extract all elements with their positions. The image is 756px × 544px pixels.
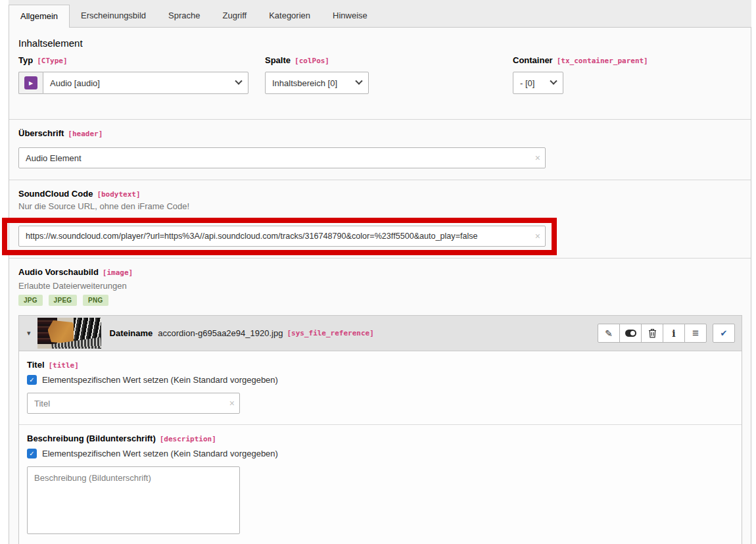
toggle-icon <box>625 330 636 337</box>
trash-icon <box>648 328 657 338</box>
title-input-wrap: × <box>27 393 240 414</box>
file-reference-body: Titel[title] ✓ Elementspezifischen Wert … <box>19 351 742 544</box>
delete-button[interactable] <box>641 324 663 343</box>
field-colpos: Spalte[colPos] Inhaltsbereich [0] <box>265 55 369 94</box>
audio-play-icon: ▶ <box>24 76 37 89</box>
field-ctype-tag: [CType] <box>37 57 67 65</box>
file-reference-header[interactable]: ▾ Dateiname accordion-g695aa2e94_1920.jp… <box>19 316 742 351</box>
label-text: Beschreibung (Bildunterschrift) <box>27 433 156 443</box>
description-override-checkbox[interactable]: ✓ <box>27 449 37 458</box>
field-container-label: Container[tx_container_parent] <box>513 55 648 65</box>
label-text: Audio Vorschaubild <box>18 267 99 277</box>
file-toolbar: ✎ i ≡ ✔ <box>598 324 735 343</box>
title-override-label: Elementspezifischen Wert setzen (Kein St… <box>42 375 278 385</box>
section-inhaltselement: Inhaltselement Typ[CType] ▶ Audio [audio… <box>9 28 751 120</box>
field-description-label: Beschreibung (Bildunterschrift)[descript… <box>27 433 734 443</box>
ctype-select-value: Audio [audio] <box>50 78 100 88</box>
tab-bar: Allgemein Erscheinungsbild Sprache Zugri… <box>9 0 751 28</box>
header-input[interactable] <box>18 147 546 168</box>
file-thumbnail <box>37 318 101 349</box>
container-select[interactable]: - [0] <box>513 72 563 94</box>
pencil-icon: ✎ <box>605 328 613 339</box>
check-icon: ✔ <box>721 328 728 338</box>
filename-text: accordion-g695aa2e94_1920.jpg <box>158 328 283 338</box>
badge-jpeg: JPEG <box>49 295 78 306</box>
field-bodytext-label: SoundCloud Code[bodytext] <box>18 189 742 199</box>
chevron-down-icon <box>355 78 362 85</box>
extension-badges: JPG JPEG PNG <box>18 295 742 306</box>
field-ctype: Typ[CType] ▶ Audio [audio] <box>18 55 248 94</box>
description-override-row: ✓ Elementspezifischen Wert setzen (Kein … <box>27 449 734 458</box>
ctype-icon-box: ▶ <box>18 72 43 94</box>
chevron-down-icon <box>235 78 242 85</box>
description-textarea-wrap <box>27 466 240 536</box>
select-check-button[interactable]: ✔ <box>713 324 735 343</box>
field-ctype-label: Typ[CType] <box>18 55 248 65</box>
description-override-label: Elementspezifischen Wert setzen (Kein St… <box>42 449 278 458</box>
badge-jpg: JPG <box>18 295 43 306</box>
title-override-checkbox[interactable]: ✓ <box>27 375 37 385</box>
field-image-tag: [image] <box>103 268 133 277</box>
title-override-row: ✓ Elementspezifischen Wert setzen (Kein … <box>27 375 734 385</box>
info-icon: i <box>672 328 675 339</box>
tab-zugriff[interactable]: Zugriff <box>212 5 258 27</box>
edit-button[interactable]: ✎ <box>598 324 620 343</box>
label-text: Typ <box>18 55 33 65</box>
collapse-caret-icon[interactable]: ▾ <box>27 329 31 337</box>
soundcloud-help-text: Nur die Source URL, ohne den iFrame Code… <box>18 201 742 211</box>
field-title-tag: [title] <box>49 361 79 370</box>
field-image-label: Audio Vorschaubild[image] <box>18 267 742 277</box>
menu-button[interactable]: ≡ <box>684 324 707 343</box>
badge-png: PNG <box>83 295 108 306</box>
tab-allgemein[interactable]: Allgemein <box>9 5 70 28</box>
ctype-select[interactable]: Audio [audio] <box>43 72 248 94</box>
field-header-tag: [header] <box>68 130 103 138</box>
chevron-down-icon <box>550 78 557 85</box>
tab-sprache[interactable]: Sprache <box>157 5 211 27</box>
label-text: Titel <box>27 360 45 370</box>
section-heading: Inhaltselement <box>18 37 742 49</box>
section-beschreibung: Beschreibung (Bildunterschrift)[descript… <box>19 425 742 544</box>
label-text: Container <box>513 55 553 65</box>
clear-icon[interactable]: × <box>535 232 540 241</box>
field-header-label: Überschrift[header] <box>18 128 742 138</box>
description-textarea[interactable] <box>27 466 240 534</box>
allowed-extensions-label: Erlaubte Dateierweiterungen <box>18 281 742 291</box>
header-input-wrap: × <box>18 147 546 168</box>
colpos-select[interactable]: Inhaltsbereich [0] <box>265 72 369 94</box>
label-text: Überschrift <box>18 128 64 138</box>
field-colpos-tag: [colPos] <box>295 57 329 65</box>
label-text: SoundCloud Code <box>18 189 93 199</box>
field-container: Container[tx_container_parent] - [0] <box>513 55 648 94</box>
dateiname-label: Dateiname <box>110 328 153 338</box>
clear-icon[interactable]: × <box>229 399 235 408</box>
soundcloud-url-input[interactable] <box>18 226 546 247</box>
tab-hinweise[interactable]: Hinweise <box>321 5 379 27</box>
clear-icon[interactable]: × <box>535 153 540 162</box>
soundcloud-input-wrap: × <box>18 226 546 247</box>
form-wrapper: Allgemein Erscheinungsbild Sprache Zugri… <box>9 0 751 544</box>
field-bodytext-tag: [bodytext] <box>97 190 140 199</box>
info-button[interactable]: i <box>663 324 685 343</box>
form-panel: Inhaltselement Typ[CType] ▶ Audio [audio… <box>9 28 751 544</box>
field-colpos-label: Spalte[colPos] <box>265 55 369 65</box>
tab-kategorien[interactable]: Kategorien <box>258 5 321 27</box>
tab-erscheinungsbild[interactable]: Erscheinungsbild <box>70 5 157 27</box>
section-vorschaubild: Audio Vorschaubild[image] Erlaubte Datei… <box>9 259 751 544</box>
visibility-toggle-button[interactable] <box>619 324 642 343</box>
soundcloud-input-zone: × <box>18 226 546 247</box>
sys-file-reference-tag: [sys_file_reference] <box>287 329 373 337</box>
file-reference-panel: ▾ Dateiname accordion-g695aa2e94_1920.jp… <box>18 315 742 544</box>
label-text: Spalte <box>265 55 291 65</box>
colpos-select-value: Inhaltsbereich [0] <box>272 78 337 88</box>
section-titel: Titel[title] ✓ Elementspezifischen Wert … <box>19 351 742 425</box>
title-input[interactable] <box>27 393 240 414</box>
section-soundcloud: SoundCloud Code[bodytext] Nur die Source… <box>9 180 751 259</box>
field-title-label: Titel[title] <box>27 360 734 370</box>
file-button-group: ✎ i ≡ <box>598 324 707 343</box>
container-select-value: - [0] <box>520 78 534 88</box>
field-container-tag: [tx_container_parent] <box>557 57 648 65</box>
field-description-tag: [description] <box>160 435 216 443</box>
section-ueberschrift: Überschrift[header] × <box>9 120 751 180</box>
